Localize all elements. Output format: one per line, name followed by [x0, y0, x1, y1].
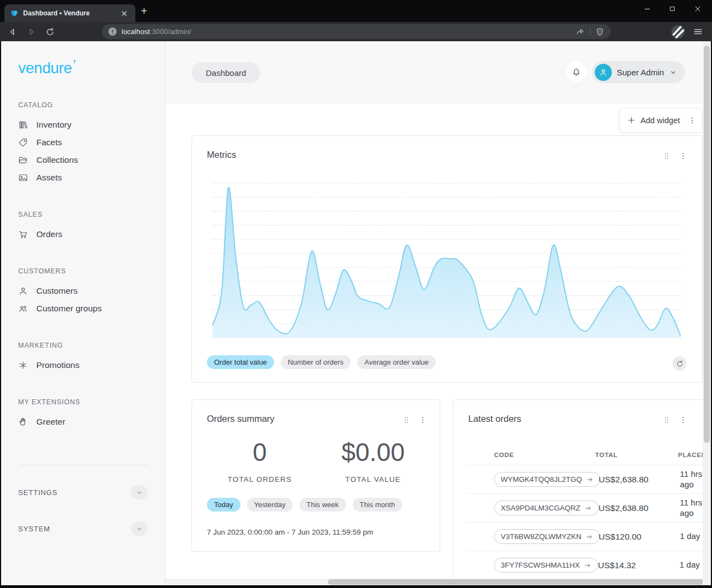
metrics-title: Metrics	[207, 150, 236, 160]
sidebar: vendure CATALOGInventoryFacetsCollection…	[1, 41, 165, 585]
order-total: US$2,638.80	[599, 475, 654, 485]
filter-pill-average-order-value[interactable]: Average order value	[357, 355, 436, 369]
user-icon	[18, 286, 28, 296]
drag-handle-icon[interactable]	[402, 416, 410, 424]
filter-pill-this-week[interactable]: This week	[299, 498, 346, 512]
user-avatar	[595, 64, 612, 81]
order-code-link[interactable]: 3FY7FSCWSHMA11HX	[494, 558, 598, 573]
users-icon	[18, 304, 28, 314]
tab-close-icon[interactable]: ✕	[118, 8, 130, 19]
table-row: XSA9PD4LM3CGAQRZUS$2,638.8011 hrsago	[467, 494, 703, 523]
drag-handle-icon[interactable]	[662, 416, 671, 424]
sidebar-item-collections[interactable]: Collections	[18, 151, 165, 169]
kebab-menu-icon[interactable]	[679, 416, 687, 424]
vendure-logo: vendure	[18, 59, 72, 77]
sidebar-section-label: CUSTOMERS	[18, 267, 165, 275]
order-code: XSA9PD4LM3CGAQRZ	[501, 504, 580, 512]
collapsible-label: SETTINGS	[18, 488, 57, 497]
filter-pill-order-total-value[interactable]: Order total value	[207, 355, 274, 369]
asterisk-icon	[18, 360, 28, 370]
user-menu-button[interactable]: Super Admin	[592, 61, 685, 83]
menu-hamburger-icon[interactable]	[693, 26, 703, 37]
vertical-scrollbar-thumb[interactable]	[704, 46, 710, 443]
sidebar-item-label: Greeter	[36, 417, 65, 427]
site-info-icon[interactable]: !	[108, 28, 117, 36]
add-widget-button[interactable]: Add widget	[619, 108, 702, 133]
window-minimize-button[interactable]	[643, 4, 651, 13]
sidebar-item-label: Assets	[36, 173, 62, 183]
new-tab-button[interactable]: +	[141, 6, 147, 17]
order-code: V3T6BW8ZQLWMYZKN	[501, 532, 582, 541]
order-code-link[interactable]: WYMGK4TQQ8JL2TGQ	[494, 472, 600, 487]
url-host: localhost	[122, 28, 150, 36]
browser-tab[interactable]: Dashboard • Vendure ✕	[4, 4, 135, 22]
order-code-link[interactable]: V3T6BW8ZQLWMYZKN	[494, 529, 600, 544]
browser-window: Dashboard • Vendure ✕ + ! localhost:3000…	[0, 0, 712, 588]
url-bar[interactable]: ! localhost:3000/admin/	[102, 24, 611, 39]
collapsible-label: SYSTEM	[18, 525, 50, 533]
order-total: US$2,638.80	[599, 503, 654, 513]
total-orders-value: 0	[203, 437, 316, 467]
sidebar-section-label: MARKETING	[18, 342, 165, 349]
sidebar-item-assets[interactable]: Assets	[18, 169, 165, 186]
profile-avatar[interactable]	[671, 25, 685, 39]
refresh-button[interactable]	[672, 356, 687, 371]
chevron-down-icon	[135, 488, 144, 497]
filter-pill-yesterday[interactable]: Yesterday	[247, 498, 293, 512]
tab-strip: Dashboard • Vendure ✕ +	[0, 0, 712, 22]
notification-bell-button[interactable]	[566, 62, 587, 82]
image-icon	[18, 173, 28, 183]
sidebar-item-label: Collections	[36, 155, 78, 165]
sidebar-section-my-extensions: MY EXTENSIONSGreeter	[18, 398, 165, 431]
sidebar-item-facets[interactable]: Facets	[18, 134, 165, 151]
order-total: US$120.00	[599, 532, 654, 542]
sidebar-collapsible-settings[interactable]: SETTINGS	[18, 483, 147, 502]
filter-pill-today[interactable]: Today	[207, 498, 240, 512]
filter-pill-number-of-orders[interactable]: Number of orders	[281, 355, 350, 369]
horizontal-scrollbar-thumb[interactable]	[328, 579, 703, 585]
brave-shield-icon[interactable]	[595, 28, 604, 36]
share-icon[interactable]	[576, 27, 585, 36]
sidebar-item-inventory[interactable]: Inventory	[18, 116, 165, 134]
orders-summary-widget: Orders summary 0 TOTAL ORDERS $0.00 TOTA…	[191, 399, 440, 552]
sidebar-item-customers[interactable]: Customers	[18, 282, 165, 300]
vendure-favicon-heart-icon	[10, 9, 19, 18]
column-header-placed-at: PLACED AT	[678, 452, 703, 458]
sidebar-item-greeter[interactable]: Greeter	[18, 413, 165, 431]
date-range-text: 7 Jun 2023, 0:00:00 am - 7 Jun 2023, 11:…	[207, 528, 373, 536]
vertical-scrollbar[interactable]	[703, 41, 711, 585]
window-close-button[interactable]	[693, 4, 702, 13]
drag-handle-icon[interactable]	[662, 152, 671, 160]
sidebar-item-label: Inventory	[36, 120, 72, 130]
orders-summary-title: Orders summary	[207, 414, 275, 424]
sidebar-section-marketing: MARKETINGPromotions	[18, 342, 165, 374]
metrics-chart	[212, 182, 681, 339]
user-name: Super Admin	[617, 68, 664, 77]
url-path: :3000/admin/	[150, 28, 191, 36]
forward-button[interactable]	[25, 26, 37, 38]
order-code-link[interactable]: XSA9PD4LM3CGAQRZ	[494, 501, 599, 515]
filter-pill-this-month[interactable]: This month	[353, 498, 402, 512]
sidebar-item-label: Orders	[36, 229, 62, 239]
table-row: WYMGK4TQQ8JL2TGQUS$2,638.8011 hrsago	[467, 465, 703, 494]
breadcrumb[interactable]: Dashboard	[191, 62, 260, 83]
add-widget-kebab-icon[interactable]	[688, 116, 697, 125]
sidebar-collapsible-system[interactable]: SYSTEM	[18, 519, 147, 538]
kebab-menu-icon[interactable]	[419, 416, 427, 424]
reload-button[interactable]	[44, 26, 56, 38]
order-code: 3FY7FSCWSHMA11HX	[501, 561, 580, 569]
horizontal-scrollbar[interactable]	[165, 579, 703, 585]
sidebar-section-label: CATALOG	[18, 101, 165, 109]
sidebar-item-label: Customer groups	[36, 304, 102, 314]
expand-button[interactable]	[131, 521, 147, 536]
sidebar-divider	[19, 465, 149, 465]
kebab-menu-icon[interactable]	[679, 152, 687, 160]
order-code: WYMGK4TQQ8JL2TGQ	[501, 475, 582, 483]
window-maximize-button[interactable]	[668, 4, 677, 13]
hand-icon	[18, 417, 28, 427]
expand-button[interactable]	[131, 485, 147, 499]
sidebar-item-customer-groups[interactable]: Customer groups	[18, 300, 165, 317]
sidebar-item-orders[interactable]: Orders	[18, 226, 165, 243]
sidebar-item-promotions[interactable]: Promotions	[18, 356, 165, 374]
back-button[interactable]	[7, 26, 19, 38]
